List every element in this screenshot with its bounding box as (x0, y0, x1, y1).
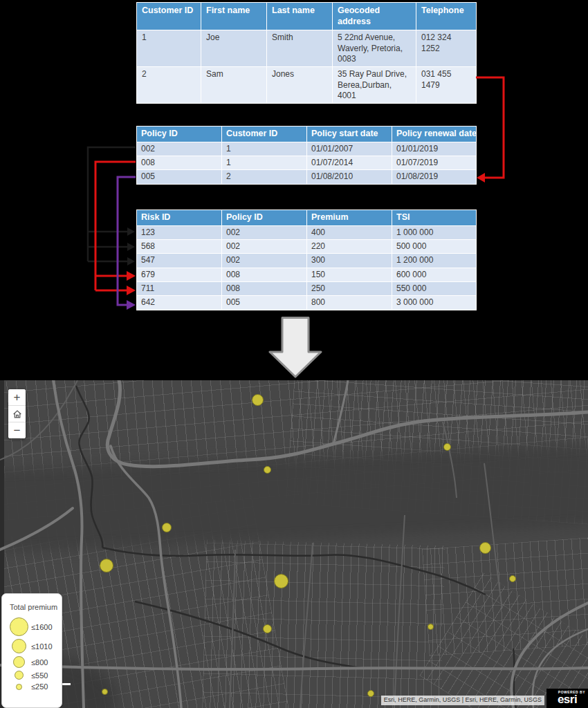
table-row: 008101/07/201401/07/2019 (137, 156, 477, 169)
premium-bubble[interactable] (274, 574, 288, 588)
esri-logo[interactable]: POWERED BY esri (546, 689, 588, 708)
legend-item: ≤1600 (8, 617, 62, 636)
map-attribution: Esri, HERE, Garmin, USGS | Esri, HERE, G… (381, 696, 544, 705)
home-icon (12, 409, 23, 420)
legend-panel: Total premium ≤1600≤1010≤800≤550≤250 (1, 593, 62, 708)
table-cell: 550 000 (392, 282, 477, 296)
legend-items: ≤1600≤1010≤800≤550≤250 (2, 617, 62, 691)
column-header: Policy renewal date (392, 127, 477, 142)
table-row: 1230024001 000 000 (137, 225, 477, 239)
page: { "colors": { "table_header_bg": "#4d95c… (0, 0, 588, 708)
column-header: Telephone (416, 3, 477, 30)
table-cell: 300 (307, 254, 392, 268)
table-cell: 031 455 1479 (416, 67, 477, 104)
table-cell: 1 (222, 156, 307, 169)
red-connector-policy-risk (95, 162, 136, 295)
table-cell: 005 (222, 296, 307, 310)
table-row: 568002220500 000 (137, 239, 477, 253)
roads-layer (0, 380, 588, 708)
table-cell: 01/01/2019 (392, 142, 477, 156)
legend-circle (10, 617, 28, 636)
premium-bubble[interactable] (100, 559, 113, 572)
table-cell: 250 (307, 282, 392, 296)
premium-bubble[interactable] (479, 542, 491, 554)
home-button[interactable] (8, 406, 26, 422)
legend-circle (12, 639, 26, 653)
table-cell: 01/07/2019 (392, 156, 477, 169)
table-cell: 123 (137, 225, 222, 239)
legend-label: ≤250 (31, 682, 48, 691)
legend-item: ≤550 (8, 671, 62, 680)
table-cell: 01/07/2014 (307, 156, 392, 169)
table-cell: 711 (137, 282, 222, 296)
table-cell: 500 000 (392, 239, 477, 253)
table-cell: 002 (222, 239, 307, 253)
table-cell: 679 (137, 268, 222, 281)
column-header: Last name (267, 3, 333, 30)
column-header: Policy start date (307, 127, 392, 142)
premium-bubble[interactable] (443, 443, 451, 451)
table-cell: 008 (222, 268, 307, 281)
table-cell: Joe (201, 30, 267, 67)
premium-bubble[interactable] (509, 575, 516, 582)
premium-bubble[interactable] (264, 466, 271, 474)
premium-bubble[interactable] (263, 624, 272, 633)
table-row: 679008150600 000 (137, 268, 477, 281)
column-header: Policy ID (222, 210, 307, 226)
red-connector-customer-policy (476, 77, 504, 183)
table-row: 6420058003 000 000 (137, 296, 477, 310)
table-row: 2SamJones35 Ray Paul Drive, Berea,Durban… (137, 67, 477, 104)
table-cell: 01/08/2019 (392, 170, 477, 184)
column-header: Customer ID (222, 127, 307, 142)
table-cell: 547 (137, 254, 222, 268)
table-cell: 3 000 000 (392, 296, 477, 310)
column-header: TSI (392, 210, 477, 226)
table-cell: 01/01/2007 (307, 142, 392, 156)
column-header: Geocoded address (333, 3, 416, 30)
column-header: Risk ID (137, 210, 222, 226)
legend-circle (15, 671, 24, 680)
table-row: 1JoeSmith5 22nd Avenue, Waverly, Pretori… (137, 30, 477, 67)
river-lines (76, 386, 516, 708)
major-roads (0, 380, 588, 708)
table-cell: 150 (307, 268, 392, 281)
minor-roads (0, 380, 502, 708)
table-cell: 008 (137, 156, 222, 169)
table-row: 711008250550 000 (137, 282, 477, 296)
hidden-connector (88, 147, 136, 266)
table-cell: 005 (137, 170, 222, 184)
zoom-out-button[interactable]: − (8, 422, 26, 438)
policy-table-header-row: Policy IDCustomer IDPolicy start datePol… (137, 127, 477, 142)
table-cell: 002 (137, 142, 222, 156)
table-cell: 35 Ray Paul Drive, Berea,Durban, 4001 (333, 67, 416, 104)
premium-bubble[interactable] (428, 624, 434, 630)
table-cell: 400 (307, 225, 392, 239)
column-header: Premium (307, 210, 392, 226)
table-cell: Sam (201, 67, 267, 104)
premium-bubble[interactable] (162, 523, 172, 532)
legend-label: ≤550 (31, 671, 48, 680)
table-cell: 2 (137, 67, 201, 104)
zoom-in-button[interactable]: + (8, 389, 26, 405)
legend-item: ≤1010 (8, 639, 62, 653)
customer-table: Customer IDFirst nameLast nameGeocoded a… (136, 2, 477, 104)
table-cell: 800 (307, 296, 392, 310)
legend-title: Total premium (10, 603, 62, 611)
column-header: First name (201, 3, 267, 30)
premium-bubble[interactable] (252, 394, 264, 406)
risk-table: Risk IDPolicy IDPremiumTSI 1230024001 00… (136, 209, 477, 310)
premium-bubble[interactable] (367, 690, 374, 697)
table-cell: 1 (137, 30, 201, 67)
premium-bubble[interactable] (102, 689, 108, 695)
column-header: Policy ID (137, 127, 222, 142)
table-cell: 01/08/2010 (307, 170, 392, 184)
map-canvas[interactable]: Total premium ≤1600≤1010≤800≤550≤250 + −… (0, 380, 588, 708)
legend-label: ≤800 (31, 658, 48, 667)
legend-circle-box (8, 671, 30, 680)
table-row: 5470023001 200 000 (137, 254, 477, 268)
legend-circle-box (8, 684, 30, 690)
table-cell: Jones (267, 67, 333, 104)
legend-circle-box (8, 617, 30, 636)
purple-connector-policy-risk (118, 177, 136, 310)
legend-item: ≤250 (8, 682, 62, 691)
